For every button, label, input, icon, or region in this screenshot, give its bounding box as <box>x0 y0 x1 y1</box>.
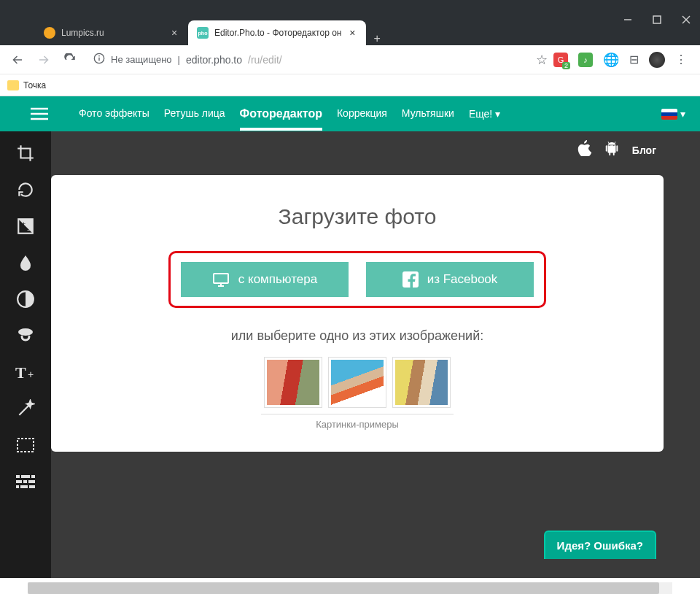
tab-favicon-icon: pho <box>197 27 209 39</box>
new-tab-button[interactable]: + <box>366 32 387 45</box>
chevron-down-icon: ▾ <box>495 108 500 120</box>
svg-text:T: T <box>15 363 26 381</box>
svg-rect-27 <box>214 274 228 283</box>
nav-items: Фото эффекты Ретушь лица Фоторедактор Ко… <box>79 97 661 131</box>
toolbar-extensions: G ♪ 🌐 ⊟ ⋮ <box>553 52 693 68</box>
upload-panel: Загрузите фото с компьютера из Facebook … <box>51 175 664 452</box>
monitor-icon <box>212 272 230 287</box>
svg-rect-17 <box>18 439 34 452</box>
browser-tabs: Lumpics.ru × pho Editor.Pho.to - Фоторед… <box>0 0 700 45</box>
nav-correction[interactable]: Коррекция <box>337 97 387 131</box>
svg-rect-26 <box>29 485 35 488</box>
upload-from-computer-button[interactable]: с компьютера <box>181 262 349 297</box>
workspace: Загрузите фото с компьютера из Facebook … <box>51 131 678 504</box>
svg-rect-23 <box>28 480 35 483</box>
exposure-tool-icon[interactable]: +− <box>9 213 42 239</box>
browser-toolbar: Не защищено | editor.pho.to/ru/edit/ ☆ G… <box>0 45 700 74</box>
star-icon[interactable]: ☆ <box>536 52 548 68</box>
frame-tool-icon[interactable] <box>9 432 42 458</box>
annotation-highlight: с компьютера из Facebook <box>168 251 546 308</box>
nav-editor[interactable]: Фоторедактор <box>240 97 322 131</box>
browser-tab-lumpics[interactable]: Lumpics.ru × <box>35 20 188 45</box>
text-tool-icon[interactable]: T+ <box>9 359 42 385</box>
extension-music-icon[interactable]: ♪ <box>578 53 593 67</box>
svg-text:−: − <box>27 226 31 234</box>
tab-title: Editor.Pho.to - Фоторедактор он <box>214 28 341 38</box>
tab-favicon-icon <box>44 27 55 39</box>
facebook-icon <box>402 271 419 288</box>
svg-rect-20 <box>31 475 35 478</box>
close-icon[interactable]: × <box>169 28 179 38</box>
bookmarks-bar: Точка <box>0 74 700 96</box>
sample-images <box>73 357 642 408</box>
feedback-button[interactable]: Идея? Ошибка? <box>544 531 656 559</box>
svg-rect-21 <box>16 480 22 483</box>
site-navigation: Фото эффекты Ретушь лица Фоторедактор Ко… <box>0 96 700 131</box>
svg-rect-18 <box>16 475 20 478</box>
flag-ru-icon <box>661 109 677 120</box>
nav-more-dropdown[interactable]: Еще! ▾ <box>469 97 500 131</box>
bookmark-label[interactable]: Точка <box>23 80 46 90</box>
rotate-tool-icon[interactable] <box>9 177 42 203</box>
security-label: Не защищено <box>111 54 172 65</box>
language-selector[interactable]: ▾ <box>661 108 685 120</box>
info-icon <box>93 53 105 67</box>
url-host: editor.pho.to <box>186 54 242 66</box>
browser-tab-editor[interactable]: pho Editor.Pho.to - Фоторедактор он × <box>188 20 366 45</box>
scrollbar-thumb[interactable] <box>28 582 659 594</box>
hamburger-icon[interactable] <box>22 107 57 120</box>
bookmark-folder-icon[interactable] <box>7 80 19 90</box>
forward-button[interactable] <box>34 50 54 70</box>
svg-rect-1 <box>653 16 661 23</box>
page-content: Фото эффекты Ретушь лица Фоторедактор Ко… <box>0 96 700 578</box>
svg-text:+: + <box>28 369 34 380</box>
or-choose-text: или выберите одно из этих изображений: <box>73 328 642 344</box>
contrast-tool-icon[interactable] <box>9 286 42 312</box>
window-controls <box>621 13 693 26</box>
reload-button[interactable] <box>60 50 80 70</box>
translate-icon[interactable]: 🌐 <box>603 52 619 68</box>
sample-image-1[interactable] <box>264 357 322 408</box>
svg-rect-24 <box>16 485 19 488</box>
upload-computer-label: с компьютера <box>238 272 317 287</box>
sticker-tool-icon[interactable] <box>9 323 42 349</box>
tab-title: Lumpics.ru <box>61 28 163 38</box>
close-icon[interactable]: × <box>347 28 357 38</box>
close-window-icon[interactable] <box>680 13 693 26</box>
sample-image-2[interactable] <box>328 357 386 408</box>
minimize-icon[interactable] <box>621 13 634 26</box>
nav-foto-effects[interactable]: Фото эффекты <box>79 97 149 131</box>
svg-rect-25 <box>20 485 28 488</box>
maximize-icon[interactable] <box>650 13 664 26</box>
address-bar[interactable]: Не защищено | editor.pho.to/ru/edit/ <box>86 49 530 71</box>
svg-rect-22 <box>23 480 27 483</box>
tools-sidebar: +− T+ <box>0 131 51 578</box>
extension-icon[interactable]: G <box>553 53 568 67</box>
svg-point-6 <box>98 55 100 56</box>
svg-text:+: + <box>22 220 26 228</box>
upload-facebook-label: из Facebook <box>427 272 498 287</box>
upload-title: Загрузите фото <box>73 204 642 229</box>
upload-from-facebook-button[interactable]: из Facebook <box>366 262 534 297</box>
pattern-tool-icon[interactable] <box>9 468 42 495</box>
crop-tool-icon[interactable] <box>9 140 42 166</box>
browser-titlebar: Lumpics.ru × pho Editor.Pho.to - Фоторед… <box>0 0 700 45</box>
nav-cartoons[interactable]: Мультяшки <box>402 97 454 131</box>
horizontal-scrollbar[interactable] <box>28 582 672 594</box>
magic-tool-icon[interactable] <box>9 396 42 422</box>
samples-caption: Картинки-примеры <box>261 414 454 430</box>
color-drop-tool-icon[interactable] <box>9 250 42 276</box>
sample-image-3[interactable] <box>392 357 451 408</box>
svg-point-14 <box>18 328 33 336</box>
menu-icon[interactable]: ⋮ <box>675 53 687 66</box>
nav-retouch[interactable]: Ретушь лица <box>164 97 225 131</box>
svg-rect-19 <box>21 475 30 478</box>
profile-avatar[interactable] <box>649 52 665 68</box>
chevron-down-icon: ▾ <box>680 108 685 120</box>
reader-icon[interactable]: ⊟ <box>629 53 639 66</box>
url-path: /ru/edit/ <box>248 54 282 66</box>
back-button[interactable] <box>7 50 28 70</box>
